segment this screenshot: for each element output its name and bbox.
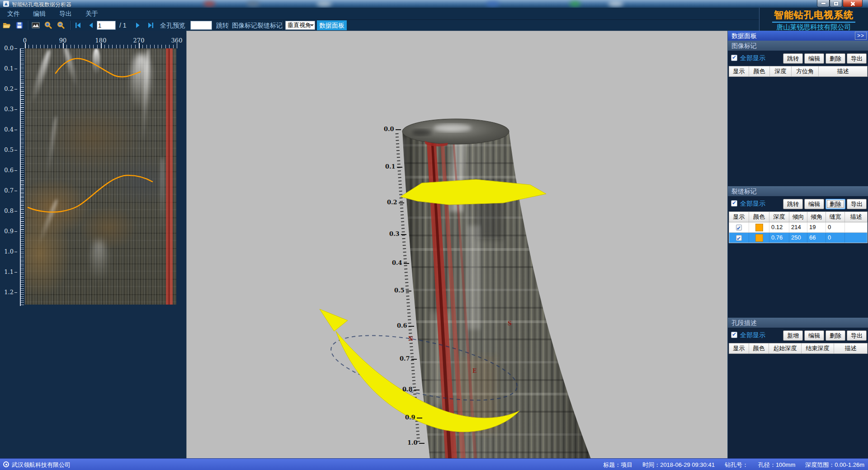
status-diameter: 孔径：100mm [758,461,795,469]
fracture-row[interactable]: 0.76 250 66 0 [729,233,868,243]
image-marks-jump-button[interactable]: 跳转 [783,53,803,64]
fracture-marks-edit-button[interactable]: 编辑 [804,199,824,209]
column-header: 方位角 [792,66,819,76]
segments-add-button[interactable]: 新增 [783,330,803,341]
column-header: 显示 [729,66,749,76]
menu-edit[interactable]: 编辑 [30,9,48,19]
segments-export-button[interactable]: 导出 [847,330,867,341]
fracture-row[interactable]: 0.12 214 19 0 [729,222,868,233]
segments-edit-button[interactable]: 编辑 [804,330,824,341]
row-color-cell [749,233,769,243]
depth-tick-label: 0.0 [3,45,17,52]
column-header: 倾角 [807,212,826,222]
depth-tick-label: 0.4 [3,126,17,133]
row-visible-checkbox[interactable] [729,233,749,243]
checkbox-icon [736,225,742,230]
fracture-marks-export-button[interactable]: 导出 [847,199,867,209]
column-header: 起始深度 [769,343,802,353]
view-3d-panel[interactable]: 0.0 0.1 0.2 0.3 0.4 0.5 0.6 0.7 0.8 0.9 … [186,31,727,458]
column-header: 深度 [770,66,792,76]
fracture-mark-button[interactable]: 裂缝标记 [257,21,283,29]
depth-tick-label: 0.6 [3,167,17,174]
row-visible-checkbox[interactable] [729,222,749,232]
depth-tick-label: 0.7 [3,187,17,194]
column-header: 显示 [729,343,749,353]
jump-button[interactable]: 跳转 [216,21,229,29]
segments-show-all-checkbox[interactable] [731,332,737,338]
view-mode-value: 垂直视角 [288,22,311,28]
prev-page-icon[interactable] [87,21,95,29]
last-page-icon[interactable] [146,21,155,29]
application-window: 智能钻孔电视数据分析器 文件 编辑 导出 关于 [0,0,868,470]
full-hole-preview-button[interactable]: 全孔预览 [160,21,185,29]
fracture-marks-show-all-checkbox[interactable] [731,200,737,207]
column-header: 深度 [769,212,789,222]
toolbar-separator [71,21,71,30]
open-file-icon[interactable] [3,21,11,29]
jump-depth-input[interactable] [190,21,212,30]
image-marks-delete-button[interactable]: 删除 [826,53,845,64]
page-total-label: / 1 [119,21,127,29]
first-page-icon[interactable] [74,21,82,29]
data-panel: 数据面板 >> 图像标记 全部显示 跳转 编辑 删除 导出 显示 颜色 深度 方… [727,31,868,458]
menu-file[interactable]: 文件 [5,9,23,19]
zoom-in-icon[interactable] [44,21,52,29]
image-adjust-icon[interactable] [32,21,40,29]
depth-tick-label: 1.0 [3,248,17,255]
view-mode-select[interactable]: 垂直视角 [285,21,315,30]
fracture-marks-table-header: 显示 颜色 深度 倾向 倾角 缝宽 描述 [729,212,868,222]
image-marks-edit-button[interactable]: 编辑 [804,53,824,64]
row-width: 0 [826,222,845,232]
color-swatch [755,234,763,242]
segments-delete-button[interactable]: 删除 [826,330,845,341]
image-mark-button[interactable]: 图像标记 [232,21,257,29]
fracture-marks-delete-button[interactable]: 删除 [826,199,845,209]
maximize-icon [834,2,838,5]
fracture-marks-section-header: 裂缝标记 [728,186,868,196]
depth-3d-label: 0.3 [389,230,406,237]
borehole-image-panel: 0 90 180 270 360 0.0 0.1 0.2 0.3 0.4 0.5… [0,31,186,458]
row-trend: 214 [789,222,807,232]
collapse-panel-button[interactable]: >> [855,32,867,40]
depth-3d-label: 0.0 [384,126,401,132]
minimize-icon [821,3,826,4]
close-button[interactable] [843,0,863,7]
zoom-out-icon[interactable] [57,21,65,29]
maximize-button[interactable] [830,0,842,7]
save-icon[interactable] [15,21,24,29]
row-color-cell [749,222,769,232]
status-company: 武汉领航科技有限公司 [12,461,71,469]
row-dip: 19 [807,222,826,232]
column-header: 描述 [845,212,867,222]
column-header: 结束深度 [802,343,834,353]
column-header: 显示 [729,212,749,222]
borehole-unwrapped-image[interactable] [25,48,176,305]
depth-tick-label: 1.2 [3,289,17,296]
minimize-button[interactable] [817,0,830,7]
next-page-icon[interactable] [134,21,142,29]
depth-3d-label: 0.4 [392,259,409,266]
fracture-sinusoids [25,48,176,305]
segments-table: 显示 颜色 起始深度 结束深度 描述 [729,343,868,354]
menu-export[interactable]: 导出 [57,9,75,19]
compass-east-label: E [472,368,476,374]
compass-south-label: S [508,320,512,327]
image-marks-show-all-checkbox[interactable] [731,55,737,61]
depth-3d-label: 0.2 [387,199,404,206]
fracture-marks-jump-button[interactable]: 跳转 [783,199,803,209]
color-swatch [755,224,763,231]
row-desc [845,233,867,243]
system-title: 智能钻孔电视系统 [772,9,855,23]
depth-tick-label: 0.2 [3,85,17,92]
depth-3d-label: 0.7 [400,355,417,362]
column-header: 颜色 [749,212,769,222]
column-header: 倾向 [789,212,807,222]
menu-about[interactable]: 关于 [83,9,101,19]
page-number-input[interactable] [97,21,116,30]
data-panel-toggle-button[interactable]: 数据面板 [317,20,347,30]
depth-3d-label: 0.5 [394,287,411,294]
image-marks-export-button[interactable]: 导出 [847,53,867,64]
titlebar-reflection [608,1,623,7]
fracture-marks-show-all-label: 全部显示 [740,200,765,208]
angle-ruler-major [25,43,177,48]
